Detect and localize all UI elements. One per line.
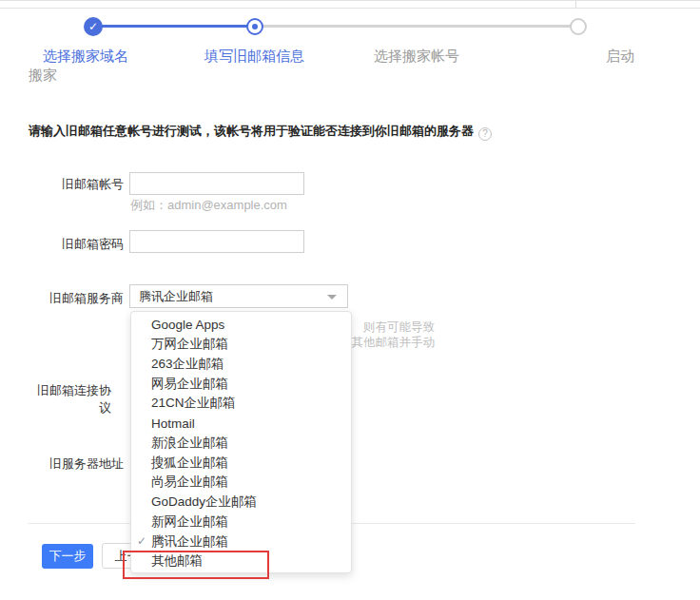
provider-select[interactable]: 腾讯企业邮箱 [129,284,348,308]
dropdown-option[interactable]: GoDaddy企业邮箱 [131,493,351,513]
dropdown-option[interactable]: Google Apps [131,315,351,335]
dropdown-option-label: 腾讯企业邮箱 [151,533,228,551]
dropdown-option[interactable]: 网易企业邮箱 [131,374,351,394]
step-current-dot [252,24,258,29]
dropdown-option[interactable]: 搜狐企业邮箱 [131,453,351,473]
stepper-segment [255,25,417,28]
dropdown-option[interactable]: 21CN企业邮箱 [131,394,351,414]
step-label-start-wrapped: 搬家 [29,67,57,85]
dropdown-option[interactable]: Hotmail [131,414,351,434]
page-title: 请输入旧邮箱任意帐号进行测试，该帐号将用于验证能否连接到你旧邮箱的服务器? [29,123,492,141]
dropdown-option[interactable]: 新网企业邮箱 [131,513,351,532]
provider-side-note: 则有可能导致 其他邮箱并手动 [342,319,435,350]
old-account-label: 旧邮箱帐号 [29,176,124,193]
dropdown-option-selected[interactable]: ✓ 腾讯企业邮箱 [131,532,351,552]
provider-label: 旧邮箱服务商 [29,290,124,307]
stepper-segment [417,25,578,28]
next-step-button[interactable]: 下一步 [42,544,93,569]
step-label-start: 启动 [606,48,634,66]
step-label-old-mail-info[interactable]: 填写旧邮箱信息 [204,48,304,66]
side-note-line1: 则有可能导致 [342,319,435,335]
top-bar-divider [575,1,576,9]
check-icon: ✓ [137,534,146,548]
step-label-choose-account: 选择搬家帐号 [374,48,459,66]
page-title-text: 请输入旧邮箱任意帐号进行测试，该帐号将用于验证能否连接到你旧邮箱的服务器 [29,124,474,138]
stepper-segment-done [93,25,255,28]
help-icon[interactable]: ? [478,127,492,141]
step-label-choose-domain[interactable]: 选择搬家域名 [43,48,128,66]
old-account-hint: 例如：admin@example.com [130,197,287,214]
step-pending-icon [570,18,587,35]
annotation-box [123,551,269,579]
step-current-icon [246,18,263,35]
old-password-label: 旧邮箱密码 [29,236,124,253]
protocol-label: 旧邮箱连接协议 [35,382,111,416]
top-bar-edge [0,0,700,9]
provider-selected-value: 腾讯企业邮箱 [139,289,213,303]
side-note-line2: 其他邮箱并手动 [342,335,435,350]
step-done-icon: ✓ [84,17,103,36]
dropdown-option[interactable]: 新浪企业邮箱 [131,434,351,454]
server-address-label: 旧服务器地址 [29,455,124,473]
dropdown-option[interactable]: 万网企业邮箱 [131,335,351,355]
dropdown-option[interactable]: 263企业邮箱 [131,355,351,375]
old-account-input[interactable] [129,172,304,195]
migration-wizard-page: ✓ 选择搬家域名 填写旧邮箱信息 选择搬家帐号 启动 搬家 请输入旧邮箱任意帐号… [0,0,700,600]
old-password-input[interactable] [129,230,304,253]
provider-dropdown: Google Apps 万网企业邮箱 263企业邮箱 网易企业邮箱 21CN企业… [130,311,352,573]
chevron-down-icon [327,295,337,300]
dropdown-option[interactable]: 尚易企业邮箱 [131,473,351,493]
